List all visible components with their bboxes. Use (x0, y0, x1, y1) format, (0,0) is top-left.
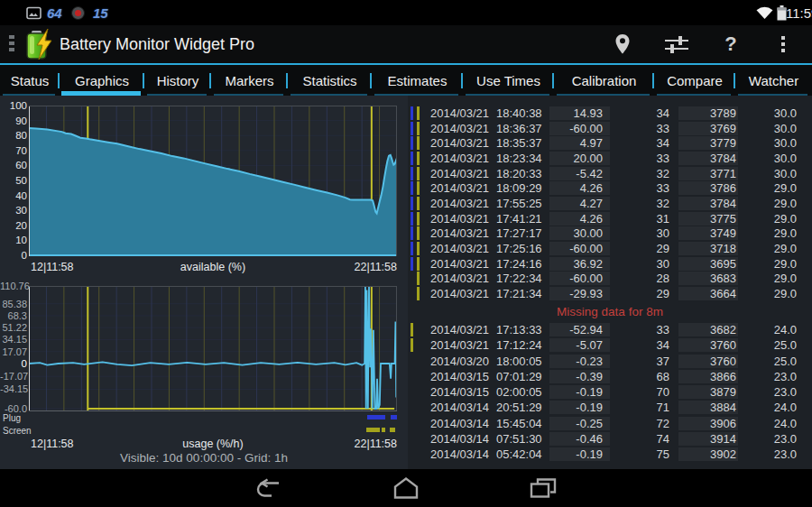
cell-volt: 3866 (678, 370, 738, 383)
cell-time: 18:20:33 (496, 167, 549, 180)
screen-indicator-bar (417, 136, 420, 150)
markers-button[interactable] (603, 25, 642, 63)
tab-markers[interactable]: Markers (211, 65, 288, 96)
settings-button[interactable] (657, 25, 697, 63)
back-button[interactable] (233, 469, 305, 507)
table-row[interactable]: 2014/03/2117:25:16-60.0029371829.0 (408, 241, 812, 256)
table-row[interactable]: 2014/03/1405:42:04-0.1975390223.0 (408, 447, 812, 462)
table-row[interactable]: 2014/03/2118:36:37-60.0033376930.0 (408, 121, 812, 136)
table-row[interactable]: 2014/03/1407:51:30-0.4674391423.0 (408, 431, 812, 447)
table-row[interactable]: 2014/03/1507:01:29-0.3968386623.0 (408, 369, 812, 384)
table-row[interactable]: 2014/03/2118:40:3814.9334378930.0 (408, 106, 812, 121)
tab-use-times[interactable]: Use Times (463, 65, 554, 96)
overflow-menu-button[interactable] (763, 25, 803, 63)
recents-button[interactable] (507, 469, 579, 507)
plug-indicator-bar (411, 432, 413, 446)
cell-temp: 30.0 (738, 152, 797, 165)
cell-volt: 3789 (678, 106, 738, 120)
gallery-notification-icon (26, 4, 42, 22)
cell-volt: 3718 (678, 242, 738, 255)
cell-temp: 24.0 (738, 401, 797, 414)
table-row[interactable]: 2014/03/2118:09:294.2633378629.0 (408, 180, 812, 196)
cell-level: 30 (610, 257, 669, 271)
table-row[interactable]: 2014/03/1415:45:04-0.2572390624.0 (408, 415, 812, 430)
cell-date: 2014/03/15 (430, 385, 496, 399)
cell-time: 07:01:29 (496, 370, 549, 383)
available-chart-plot[interactable] (29, 106, 397, 256)
table-row[interactable]: 2014/03/2118:23:3420.0033378430.0 (408, 151, 812, 166)
home-button[interactable] (370, 469, 442, 507)
cell-time: 17:12:24 (496, 338, 549, 352)
y-axis-label: 80 (0, 130, 27, 142)
y-axis-label: 50 (0, 175, 27, 187)
temp-notification-badge: 15 (93, 4, 108, 22)
tab-graphics[interactable]: Graphics (60, 65, 144, 96)
cell-rate: 4.27 (549, 197, 610, 210)
cell-temp: 29.0 (738, 257, 797, 271)
table-row[interactable]: 2014/03/2117:12:24-5.0734376025.0 (408, 337, 812, 353)
battery-level-notification-badge: 64 (47, 4, 62, 22)
tab-status[interactable]: Status (0, 65, 60, 96)
cell-volt: 3682 (678, 323, 738, 336)
y-axis-label: -34.15 (0, 383, 27, 395)
menu-grip-icon[interactable] (9, 35, 14, 51)
app-title: Battery Monitor Widget Pro (60, 25, 254, 63)
cell-temp: 29.0 (738, 226, 797, 240)
y-axis-label: 60 (0, 160, 27, 171)
tab-watcher[interactable]: Watcher (735, 65, 812, 96)
cell-rate: -0.25 (549, 417, 610, 430)
cell-rate: -5.07 (549, 338, 610, 352)
y-axis-label: 40 (0, 190, 27, 202)
table-row[interactable]: 2014/03/2117:21:34-29.9329366429.0 (408, 286, 812, 301)
cell-volt: 3760 (678, 355, 738, 368)
table-row[interactable]: 2014/03/2118:20:33-5.4232377130.0 (408, 166, 812, 181)
screen-indicator-bar (417, 226, 420, 240)
cell-temp: 25.0 (738, 338, 797, 352)
table-row[interactable]: 2014/03/2117:24:1636.9230369529.0 (408, 256, 812, 272)
cell-volt: 3906 (678, 417, 738, 430)
table-row[interactable]: 2014/03/2117:27:1730.0030374929.0 (408, 226, 812, 242)
table-row[interactable]: 2014/03/2117:55:254.2732378429.0 (408, 196, 812, 211)
clock: 11:59 (786, 4, 812, 22)
overflow-dots-icon (781, 36, 785, 52)
recording-notification-icon (71, 4, 85, 22)
cell-rate: -60.00 (549, 242, 610, 255)
cell-level: 33 (610, 181, 669, 195)
tab-estimates[interactable]: Estimates (372, 65, 463, 96)
screen-indicator-bar (417, 417, 420, 430)
table-row[interactable]: 2014/03/2118:35:374.9734377930.0 (408, 135, 812, 151)
cell-time: 17:21:34 (496, 287, 549, 300)
help-button[interactable]: ? (711, 25, 751, 63)
cell-level: 70 (610, 385, 669, 399)
cell-level: 68 (610, 370, 669, 383)
cell-temp: 23.0 (738, 370, 797, 383)
cell-temp: 30.0 (738, 122, 797, 135)
usage-chart-plot[interactable] (29, 286, 397, 411)
cell-rate: -29.93 (549, 287, 610, 300)
plug-indicator-bar (411, 226, 413, 240)
screen-indicator-bar (417, 287, 420, 300)
y-axis-label: -17.07 (0, 371, 27, 383)
table-row[interactable]: 2014/03/1502:00:05-0.1970387923.0 (408, 384, 812, 400)
cell-date: 2014/03/21 (430, 152, 496, 165)
table-row[interactable]: 2014/03/2018:00:05-0.2337376025.0 (408, 353, 812, 368)
cell-volt: 3902 (678, 447, 738, 461)
cell-temp: 30.0 (738, 167, 797, 180)
cell-date: 2014/03/14 (430, 432, 496, 446)
table-row[interactable]: 2014/03/2117:22:34-60.0028368329.0 (408, 272, 812, 287)
tab-history[interactable]: History (144, 65, 211, 96)
table-row[interactable]: 2014/03/2117:41:214.2631377529.0 (408, 211, 812, 226)
cell-time: 18:23:34 (496, 152, 549, 165)
tab-compare[interactable]: Compare (654, 65, 735, 96)
table-row[interactable]: 2014/03/2117:13:33-52.9433368224.0 (408, 322, 812, 337)
cell-level: 37 (610, 355, 669, 368)
plug-indicator-bar (411, 385, 413, 399)
plug-bar (391, 415, 397, 419)
cell-rate: -60.00 (549, 272, 610, 285)
tab-calibration[interactable]: Calibration (554, 65, 654, 96)
tab-statistics[interactable]: Statistics (288, 65, 372, 96)
plug-indicator-bar (411, 257, 413, 271)
table-row[interactable]: 2014/03/1420:51:29-0.1971388424.0 (408, 400, 812, 415)
available-chart[interactable]: 12|11:58 available (%) 22|11:58 10090807… (0, 106, 408, 279)
usage-chart[interactable]: 12|11:58 usage (%/h) 22|11:58 110.7685.3… (0, 286, 408, 453)
